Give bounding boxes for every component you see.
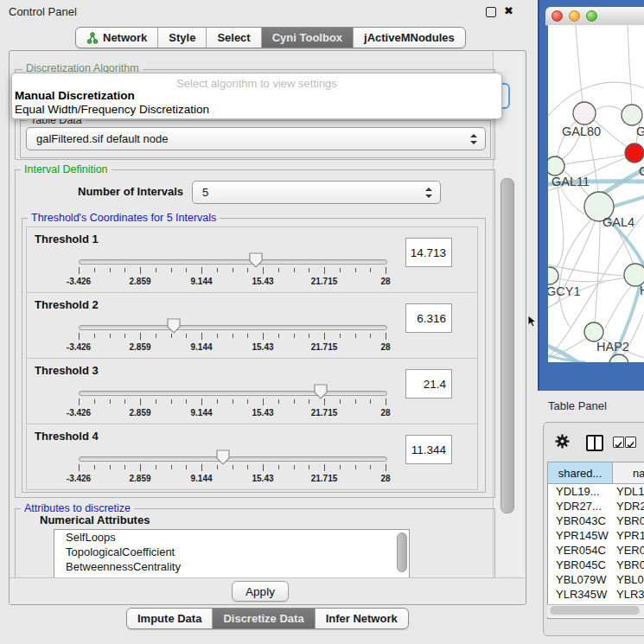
tick-mark [355, 268, 356, 272]
tick-mark [355, 334, 356, 338]
apply-button[interactable]: Apply [232, 581, 289, 602]
table-data-combobox[interactable]: galFiltered.sif default node [26, 127, 486, 150]
threshold-slider-track[interactable] [79, 391, 387, 396]
threshold-label: Threshold 4 [35, 430, 99, 443]
threshold-label: Threshold 2 [35, 298, 99, 311]
column-header-shared-name[interactable]: shared... [547, 462, 613, 484]
tick-mark [324, 267, 325, 274]
close-traffic-light[interactable] [552, 10, 563, 22]
tick-mark [278, 268, 279, 272]
network-edge[interactable] [628, 25, 632, 105]
table-row-cell-name[interactable]: YDL1 [616, 484, 644, 499]
numerical-attributes-list[interactable]: SelfLoopsTopologicalCoefficientBetweenne… [54, 529, 410, 578]
table-row-cell-shared-name[interactable]: YPR145W [556, 528, 611, 543]
table-row-cell-name[interactable]: YER0 [616, 543, 644, 558]
tick-mark [94, 465, 95, 469]
threshold-value-field[interactable]: 21.4 [405, 369, 452, 399]
threshold-slider-track[interactable] [79, 325, 387, 330]
column-header-name[interactable]: na [612, 462, 644, 484]
checked-box-icon[interactable] [625, 437, 636, 448]
tab-select[interactable]: Select [207, 28, 261, 48]
table-row-cell-shared-name[interactable]: YLR345W [556, 587, 611, 602]
network-node-gal11[interactable] [548, 156, 564, 175]
threshold-value-field[interactable]: 14.713 [405, 238, 452, 267]
control-panel-tabs: NetworkStyleSelectCyni ToolboxjActiveMNo… [75, 27, 466, 48]
table-row-cell-name[interactable]: YBR0 [616, 513, 644, 528]
threshold-slider-thumb[interactable] [167, 318, 181, 334]
network-node-c[interactable] [625, 143, 644, 163]
table-row-cell-shared-name[interactable]: YBL079W [556, 572, 611, 587]
tick-mark [124, 268, 125, 272]
minimize-traffic-light[interactable] [569, 10, 580, 22]
combo-arrows-icon [470, 134, 477, 144]
float-window-icon[interactable] [486, 7, 496, 17]
tab-label: Style [169, 31, 195, 44]
network-edge[interactable] [595, 221, 600, 323]
network-node-hap2[interactable] [584, 322, 603, 341]
table-row-cell-name[interactable]: YLR3 [616, 587, 644, 602]
network-edge[interactable] [548, 264, 625, 276]
table-row-cell-name[interactable]: YDR2 [616, 499, 644, 513]
tab-discretize-data[interactable]: Discretize Data [213, 609, 315, 628]
table-row-cell-shared-name[interactable]: YBR045C [556, 558, 611, 572]
close-icon[interactable]: ✖ [504, 4, 513, 17]
checked-box-icon[interactable] [613, 437, 624, 448]
tick-mark [324, 333, 325, 340]
threshold-slider-thumb[interactable] [314, 384, 328, 399]
network-edge[interactable] [595, 106, 622, 112]
table-row-cell-shared-name[interactable]: YER054C [556, 543, 611, 558]
network-node-label: GCY1 [548, 284, 581, 298]
zoom-traffic-light[interactable] [586, 10, 597, 22]
tab-impute-data[interactable]: Impute Data [127, 609, 213, 628]
horizontal-scrollbar-thumb[interactable] [550, 606, 640, 615]
tick-label: 28 [365, 342, 406, 352]
network-node-gcy1[interactable] [548, 267, 558, 284]
network-edge[interactable] [559, 220, 591, 328]
tick-mark [201, 333, 202, 340]
tab-infer-network[interactable]: Infer Network [316, 609, 408, 628]
tick-mark [156, 268, 156, 272]
popup-item-manual-discretization[interactable]: Manual Discretization [15, 89, 135, 102]
tab-network[interactable]: Network [76, 28, 158, 48]
network-icon [86, 32, 99, 44]
popup-item-equal-width-frequency[interactable]: Equal Width/Frequency Discretization [15, 103, 209, 116]
tick-label: 15.43 [242, 342, 284, 352]
tab-cyni-toolbox[interactable]: Cyni Toolbox [262, 28, 354, 48]
tab-style[interactable]: Style [158, 28, 207, 48]
table-row-cell-shared-name[interactable]: YDR27... [556, 499, 611, 513]
table-row-cell-name[interactable]: YBL0 [616, 572, 644, 587]
threshold-slider-track[interactable] [79, 456, 387, 462]
threshold-slider-thumb[interactable] [216, 450, 230, 465]
table-row-cell-name[interactable]: YBR0 [616, 558, 644, 572]
attribute-list-item[interactable]: BetweennessCentrality [54, 559, 409, 574]
tab-jactivemnodules[interactable]: jActiveMNodules [354, 28, 465, 48]
attribute-list-item[interactable]: TopologicalCoefficient [54, 545, 409, 559]
algorithm-popup: Select algorithm to view settings Manual… [11, 73, 502, 119]
tick-mark [309, 465, 309, 469]
network-view[interactable]: GAL80GACGAL11GAL4GCY1HHAP2 [548, 25, 644, 362]
threshold-value-field[interactable]: 6.316 [405, 303, 452, 333]
network-node-label: GAL4 [603, 215, 634, 229]
threshold-slider-thumb[interactable] [249, 252, 263, 268]
network-node-gal80[interactable] [573, 102, 596, 124]
threshold-slider-track[interactable] [79, 259, 387, 265]
network-node-ga[interactable] [622, 105, 642, 125]
attributes-list-scrollbar[interactable] [397, 532, 407, 572]
tick-mark [386, 399, 386, 405]
table-row-cell-shared-name[interactable]: YDL19... [556, 484, 611, 499]
gear-icon[interactable] [555, 434, 570, 449]
table-row-cell-name[interactable]: YPR1 [616, 528, 644, 543]
network-edge[interactable] [564, 155, 626, 164]
tick-label: 28 [365, 277, 406, 286]
tick-label: 9.144 [181, 342, 222, 352]
table-row-cell-shared-name[interactable]: YBR043C [556, 513, 611, 528]
number-of-intervals-spinner[interactable]: 5 [192, 181, 441, 204]
vertical-scrollbar-thumb[interactable] [501, 178, 514, 513]
threshold-value-field[interactable]: 11.344 [405, 435, 452, 464]
attribute-list-item[interactable]: SelfLoops [54, 530, 409, 545]
tick-mark [124, 334, 125, 338]
tick-label: 28 [365, 474, 406, 483]
table-columns-icon[interactable] [586, 435, 603, 451]
tick-mark [294, 465, 295, 469]
network-frame-edge [538, 0, 539, 391]
